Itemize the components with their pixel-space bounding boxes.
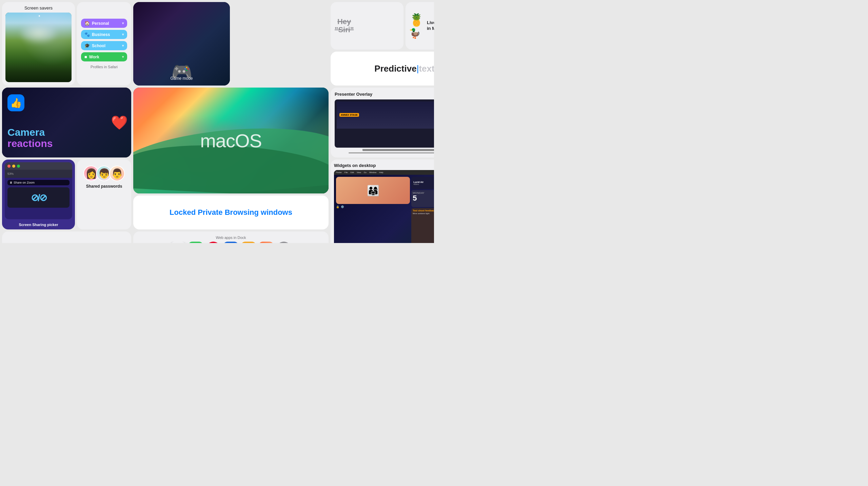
siri-quoted: "Siri" (335, 25, 354, 34)
macos-hero-card: macOS (133, 88, 329, 193)
locked-text: Locked Private Browsing windows (170, 208, 292, 217)
personal-label: Personal (92, 21, 109, 26)
menu-file: File (344, 171, 348, 173)
predictive-word2: text (419, 63, 434, 74)
profile-school-btn[interactable]: 🎓 School ▾ (81, 41, 127, 50)
widget-lock-icons: 🔒 ⚙️ (336, 205, 410, 208)
personal-icon: 🏠 (84, 21, 90, 26)
webapps-label: Web apps in Dock (216, 236, 246, 240)
widgets-screen: Finder File Edit View Go Window Help 👨‍👩… (334, 170, 434, 243)
screensavers-title: Screen savers (5, 5, 72, 11)
widget-left-col: 👨‍👩‍👧 🔒 ⚙️ (336, 177, 410, 243)
pineapple-sticker: 🍍 (409, 13, 424, 27)
widget-photo: 👨‍👩‍👧 (336, 177, 410, 204)
macos-title: macOS (200, 130, 262, 152)
widgets-menubar: Finder File Edit View Go Window Help (334, 170, 434, 175)
camera-reactions-text: Camera reactions (7, 127, 126, 149)
widget-calendar: MONDAY 5 (411, 190, 434, 207)
menu-help: Help (379, 171, 383, 173)
presenter-title: Presenter Overlay (335, 92, 372, 97)
widgets-desktop-card: Widgets on desktop Finder File Edit View… (331, 160, 434, 243)
avatar-group: 👩 👦 👨 (83, 166, 125, 181)
dock-icon-finder (171, 242, 185, 243)
profile-business-btn[interactable]: 🐾 Business ▾ (81, 30, 127, 39)
screenshare-picker-card: 53% 🖥 Share on Zoom ⊘/⊘ Screen Sharing p… (2, 160, 75, 229)
screen-icon: 🖥 (9, 181, 13, 184)
car-label: Lucid Air (413, 181, 423, 183)
car-miles: 469mi (413, 183, 423, 185)
work-chevron: ▾ (122, 55, 124, 59)
locked-browsing-card: Locked Private Browsing windows (133, 195, 329, 229)
work-label: Work (89, 55, 99, 59)
cal-num: 5 (413, 194, 434, 202)
traffic-light-red (7, 165, 11, 168)
menu-finder: Finder (336, 171, 342, 173)
profiles-label: Profiles in Safari (91, 65, 118, 69)
siri-card: Hey"Siri" (331, 2, 403, 50)
business-label: Business (92, 32, 110, 37)
predictive-text-display: Predictive|text (374, 63, 434, 74)
profiles-safari-card: 🏠 Personal ▾ 🐾 Business ▾ 🎓 School ▾ ■ W… (77, 2, 131, 86)
cloud-layer (19, 23, 58, 44)
work-icon: ■ (84, 54, 87, 59)
profile-work-btn[interactable]: ■ Work ▾ (81, 52, 127, 61)
screenshare-toolbar: 53% (5, 170, 72, 178)
school-label: School (92, 43, 105, 48)
annex-stage-badge: ANNEX STAGE (339, 113, 359, 117)
webapps-dock-card: Web apps in Dock 💬 P ✦ 🥕 🌊 ⚙️ (133, 231, 329, 243)
profile-personal-btn[interactable]: 🏠 Personal ▾ (81, 19, 127, 28)
presenter-screen: ANNEX STAGE 😊 😄 🙂 (335, 99, 434, 148)
lock-icon: 🔒 (336, 205, 339, 208)
camera-reactions-card: 👍 Camera reactions ❤️ (2, 88, 131, 157)
hey-text: Hey"Siri" (335, 18, 354, 34)
widget-car: Lucid Air 469mi 🚗 (411, 177, 434, 189)
traffic-light-yellow (12, 165, 15, 168)
heart-emoji: ❤️ (111, 115, 128, 131)
screensavers-card: Screen savers (2, 2, 75, 86)
personal-chevron: ▾ (122, 21, 124, 25)
business-icon: 🐾 (84, 32, 90, 37)
presenter-screen-content: ANNEX STAGE 😊 😄 🙂 (337, 101, 434, 129)
autofill-card: Document AutoFill ✍️ (2, 231, 131, 243)
duck-sticker: 🦆 (409, 28, 424, 39)
widgets-title: Widgets on desktop (334, 163, 376, 168)
menu-edit: Edit (351, 171, 354, 173)
school-chevron: ▾ (122, 44, 124, 48)
menu-view: View (357, 171, 361, 173)
stickers-icons: 🍍 🦆 (409, 13, 424, 39)
shared-passwords-card: 👩 👦 👨 Shared passwords (77, 160, 131, 229)
passwords-title: Shared passwords (86, 184, 122, 189)
gamemode-label: Game mode (170, 76, 193, 81)
screensaver-dot (39, 15, 40, 17)
dock-icon-settings: ⚙️ (276, 242, 291, 243)
stickers-label: Live Stickersin Messages (427, 20, 434, 32)
dock-icon-feather: 🌊 (259, 242, 274, 243)
camera-line1: Camera (7, 127, 126, 138)
camera-line2: reactions (7, 138, 126, 149)
screenshare-window: 53% 🖥 Share on Zoom ⊘/⊘ (5, 162, 72, 219)
screenshare-label: Screen Sharing picker (2, 223, 75, 227)
gear-widget-icon: ⚙️ (341, 205, 344, 208)
presenter-overlay-card: Presenter Overlay ANNEX STAGE 😊 😄 🙂 (331, 88, 434, 157)
gamemode-card: 🎮 Game mode (133, 2, 230, 86)
screenshare-content: ⊘/⊘ (7, 187, 70, 208)
dock-icon-messages: 💬 (188, 242, 203, 243)
screenshare-titlebar (5, 162, 72, 170)
menu-window: Window (369, 171, 376, 173)
dock-icon-pinterest: P (206, 242, 221, 243)
widget-reminder: Test shoot feedback More ambient light (411, 208, 434, 243)
zoom-label: Share on Zoom (14, 181, 35, 184)
monitor-stand (362, 149, 434, 151)
zoom-badge: 🖥 Share on Zoom (7, 180, 70, 185)
school-icon: 🎓 (84, 43, 90, 48)
dock-icon-carrot: 🥕 (241, 242, 256, 243)
dock-icon-confluence: ✦ (223, 242, 238, 243)
predictive-word1: Predictive (374, 63, 416, 74)
screensaver-image (5, 13, 72, 82)
monitor-base (349, 152, 434, 153)
menu-go: Go (364, 171, 367, 173)
widgets-desktop-area: 👨‍👩‍👧 🔒 ⚙️ Lucid Air 469mi (334, 175, 434, 243)
widget-right-col: Lucid Air 469mi 🚗 MONDAY 5 Test shoot fe… (411, 177, 434, 243)
stickers-card: 🍍 🦆 Live Stickersin Messages (406, 2, 434, 50)
landscape-bg (5, 13, 72, 82)
